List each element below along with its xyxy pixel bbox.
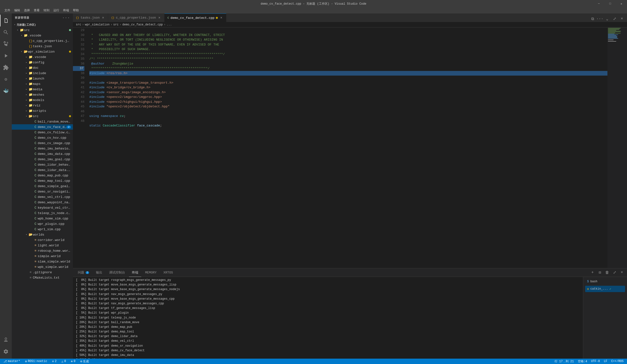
sidebar-item-include[interactable]: ▸ 📁 include <box>12 70 73 76</box>
sidebar-item-demo-cv-follow[interactable]: C demo_cv_follow.cpp <box>12 130 73 135</box>
sidebar-item-maps[interactable]: ▸ 📁 maps <box>12 81 73 87</box>
maximize-panel-icon[interactable]: ⤢ <box>611 16 618 22</box>
status-encoding[interactable]: UTF-8 <box>590 360 601 363</box>
sidebar-item-vscode[interactable]: ▾ 📁 .vscode <box>12 33 73 38</box>
menu-view[interactable]: 查看 <box>32 7 42 13</box>
breadcrumb-part[interactable]: src <box>113 23 119 26</box>
panel-tab-terminal[interactable]: 终端 <box>129 268 141 277</box>
sidebar-item-media[interactable]: ▸ 📁 media <box>12 87 73 92</box>
sidebar-item-demo-imu-data[interactable]: C demo_imu_data.cpp <box>12 151 73 157</box>
sidebar-item-demo-vel-ctrl[interactable]: C demo_vel_ctrl.cpp <box>12 194 73 200</box>
status-errors[interactable]: ⊘ 2 <box>51 360 57 363</box>
sidebar-item-src-root[interactable]: ▾ 📁 src <box>12 27 73 33</box>
status-build[interactable]: ⚙ 生成 <box>79 359 90 364</box>
menu-edit[interactable]: 编辑 <box>12 7 22 13</box>
source-control-activity-icon[interactable] <box>0 38 12 50</box>
status-language[interactable]: C++/ROS <box>610 360 625 363</box>
sidebar-item-tasks[interactable]: {} tasks.json <box>12 44 73 49</box>
tab-close-button[interactable]: × <box>219 16 223 20</box>
sidebar-item-wpr-simulation[interactable]: ▾ 📂 wpr_simulation <box>12 49 73 54</box>
sidebar-item-wpr-plugin[interactable]: C wpr_plugin.cpp <box>12 221 73 227</box>
close-panel-icon[interactable]: × <box>619 269 625 276</box>
tab-close-button[interactable]: × <box>157 16 161 20</box>
collapse-panel-icon[interactable]: ⌄ <box>604 16 610 22</box>
sidebar-item-demo-lidar-data[interactable]: C demo_lidar_data.cpp <box>12 167 73 173</box>
sidebar-item-cpp-properties[interactable]: {} c_cpp_properties.json <box>12 38 73 44</box>
sidebar-item-gitignore[interactable]: ≡ .gitignore <box>12 270 73 275</box>
ros-activity-icon[interactable]: ⚙ <box>0 73 12 85</box>
sidebar-item-models[interactable]: ▸ 📁 models <box>12 97 73 103</box>
status-cursor-position[interactable]: 行 17，列 21 <box>554 359 575 364</box>
menu-help[interactable]: 帮助 <box>71 7 81 13</box>
menu-run[interactable]: 运行 <box>52 7 61 13</box>
panel-tab-memory[interactable]: MEMORY <box>142 268 159 277</box>
minimize-button[interactable]: ─ <box>593 0 605 7</box>
breadcrumb-part[interactable]: src <box>76 23 81 26</box>
new-terminal-icon[interactable]: + <box>589 269 596 276</box>
terminal-session-catkin[interactable]: ⚙ catkin_... ✓ <box>585 286 625 292</box>
maximize-panel-icon[interactable]: ⤢ <box>611 269 618 276</box>
status-info[interactable]: ⊕ 0 <box>70 360 76 363</box>
sidebar-item-src-inner[interactable]: ▾ 📂 src <box>12 114 73 119</box>
docker-activity-icon[interactable]: 🐳 <box>0 85 12 97</box>
sidebar-item-root[interactable]: ▾ 无标题(工作区) <box>12 22 73 27</box>
sidebar-item-rviz[interactable]: ▸ 📁 rviz <box>12 103 73 108</box>
sidebar-item-doc[interactable]: ▸ 📁 doc <box>12 65 73 70</box>
sidebar-item-demo-sr-navigation[interactable]: C demo_sr_navigation.cpp <box>12 189 73 194</box>
sidebar-item-robocup-world[interactable]: ≡ robocup_home.world <box>12 248 73 253</box>
sidebar-content[interactable]: ▾ 无标题(工作区) ▾ 📁 src ▾ 📁 .vscode {} c_cpp_… <box>12 22 73 359</box>
sidebar-item-corridor-world[interactable]: ≡ corridor.world <box>12 237 73 243</box>
status-ros[interactable]: ⚙ ROS1:noetic <box>24 360 48 363</box>
sidebar-item-worlds[interactable]: ▾ 📂 worlds <box>12 232 73 237</box>
tab-close-button[interactable]: × <box>101 16 105 20</box>
sidebar-item-vscode2[interactable]: ▸ 📁 .vscode <box>12 54 73 60</box>
sidebar-item-demo-map-pub[interactable]: C demo_map_pub.cpp <box>12 173 73 178</box>
sidebar-item-demo-imu-behavior[interactable]: C demo_imu_behavior.cpp <box>12 146 73 151</box>
sidebar-item-demo-lidar-behavior[interactable]: C demo_lidar_behavior.cpp <box>12 162 73 167</box>
tab-demo-cv-face-detect[interactable]: C demo_cv_face_detect.cpp × <box>164 13 226 22</box>
status-line-ending[interactable]: LF <box>603 360 608 363</box>
settings-activity-icon[interactable] <box>0 346 12 357</box>
close-panel-icon[interactable]: × <box>619 16 625 22</box>
panel-tab-output[interactable]: 输出 <box>93 268 105 277</box>
status-indentation[interactable]: 空格:4 <box>577 359 588 364</box>
sidebar-item-launch[interactable]: ▸ 📁 launch <box>12 76 73 81</box>
sidebar-more-icon[interactable]: ··· <box>62 16 70 20</box>
status-warnings[interactable]: △ 0 <box>60 360 67 363</box>
sidebar-item-demo-waypoint[interactable]: C demo_waypoint_navi.cpp <box>12 200 73 205</box>
split-terminal-icon[interactable]: ⊟ <box>597 269 603 276</box>
kill-terminal-icon[interactable]: 🗑 <box>604 269 610 276</box>
sidebar-item-teleop-js[interactable]: C teleop_js_node.cpp <box>12 210 73 216</box>
explorer-activity-icon[interactable] <box>0 15 12 26</box>
terminal-session-bash[interactable]: $ bash <box>585 278 625 285</box>
sidebar-item-simple-world[interactable]: ≡ simple.world <box>12 253 73 259</box>
terminal-content[interactable]: [ 0%] Built target rosgraph_msgs_generat… <box>73 277 583 359</box>
sidebar-item-demo-cv-face[interactable]: C demo_cv_face_detect.cpp 2 <box>12 124 73 130</box>
status-git[interactable]: ⎇ master* <box>2 360 21 363</box>
sidebar-item-demo-cv-hsv[interactable]: C demo_cv_hsv.cpp <box>12 135 73 140</box>
sidebar-item-demo-imu-goal[interactable]: C demo_imu_goal.cpp <box>12 157 73 162</box>
panel-tab-xrtos[interactable]: XRTOS <box>160 268 176 277</box>
search-activity-icon[interactable] <box>0 26 12 38</box>
sidebar-item-demo-cv-image[interactable]: C demo_cv_image.cpp <box>12 140 73 146</box>
sidebar-item-config[interactable]: ▸ 📁 config <box>12 60 73 65</box>
menu-file[interactable]: 文件 <box>2 7 12 13</box>
sidebar-item-demo-map-tool[interactable]: C demo_map_tool.cpp <box>12 178 73 183</box>
sidebar-item-cmakelists[interactable]: ≡ CMakeLists.txt <box>12 275 73 280</box>
menu-terminal[interactable]: 终端 <box>61 7 71 13</box>
menu-goto[interactable]: 转到 <box>42 7 52 13</box>
sidebar-item-wpb-world[interactable]: ≡ wpb_simple.world <box>12 264 73 270</box>
sidebar-item-slam-world[interactable]: ≡ slam_simple.world <box>12 259 73 264</box>
extensions-activity-icon[interactable] <box>0 62 12 73</box>
sidebar-item-meshes[interactable]: ▸ 📁 meshes <box>12 92 73 97</box>
tab-cpp-properties[interactable]: {} c_cpp_properties.json × <box>108 13 164 22</box>
tab-tasks-json[interactable]: {} tasks.json × <box>73 13 108 22</box>
sidebar-item-demo-simple-goal[interactable]: C demo_simple_goal.cpp <box>12 183 73 189</box>
code-content[interactable]: * CAUSED AND ON ANY THEORY OF LIABILITY,… <box>86 27 607 268</box>
panel-tab-problems[interactable]: 问题 2 <box>75 268 92 277</box>
sidebar-item-light-world[interactable]: ≡ light.world <box>12 243 73 248</box>
sidebar-item-wpb-home[interactable]: C wpb_home_sim.cpp <box>12 216 73 221</box>
sidebar-item-ball-random[interactable]: C ball_random_move.cpp <box>12 119 73 124</box>
more-actions-icon[interactable]: ··· <box>597 16 603 22</box>
breadcrumb-part[interactable]: demo_cv_face_detect.cpp <box>122 23 163 26</box>
